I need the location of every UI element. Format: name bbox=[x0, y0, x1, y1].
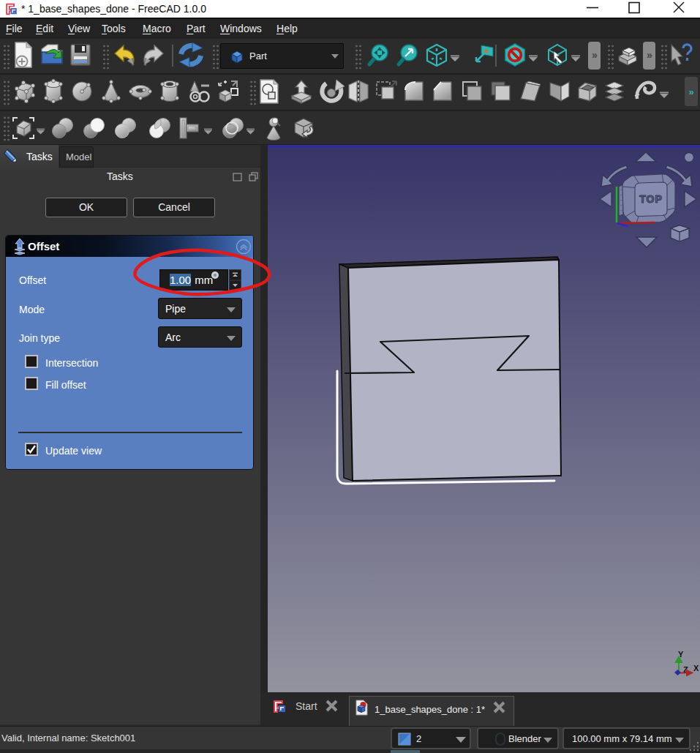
svg-text:TOP: TOP bbox=[639, 193, 663, 205]
svg-text:»: » bbox=[688, 86, 693, 97]
svg-text:X: X bbox=[693, 664, 699, 673]
